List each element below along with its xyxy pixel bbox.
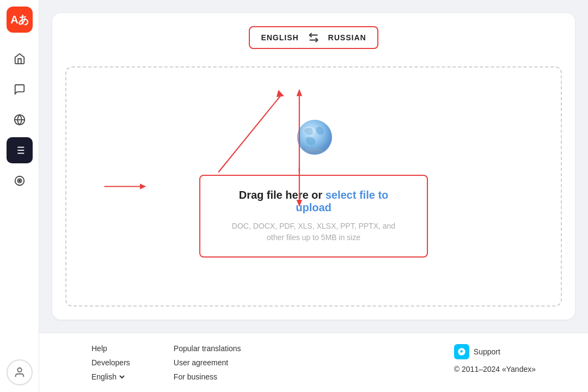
drop-sub-text: DOC, DOCX, PDF, XLS, XLSX, PPT, PPTX, an… <box>222 220 405 243</box>
copyright-text: © 2011–2024 «Yandex» <box>454 365 536 373</box>
footer-language-selector[interactable]: English <box>91 372 130 381</box>
footer: Help Developers English Popular translat… <box>39 333 588 392</box>
file-drop-box[interactable]: Drag file here or select file to upload … <box>199 175 428 258</box>
sidebar-item-text[interactable] <box>7 137 33 163</box>
translation-card: ENGLISH RUSSIAN <box>52 13 575 320</box>
drop-main-text: Drag file here or select file to upload <box>222 189 405 214</box>
main-content: ENGLISH RUSSIAN <box>39 0 588 333</box>
svg-marker-18 <box>297 89 302 96</box>
footer-user-agreement-link[interactable]: User agreement <box>174 358 241 367</box>
footer-popular-translations-link[interactable]: Popular translations <box>174 344 241 353</box>
svg-point-10 <box>19 180 20 182</box>
svg-point-14 <box>305 148 324 154</box>
language-bar: ENGLISH RUSSIAN <box>65 26 562 49</box>
sidebar-item-chat[interactable] <box>7 76 33 102</box>
swap-languages-icon[interactable] <box>308 32 320 44</box>
language-selector[interactable]: ENGLISH RUSSIAN <box>249 26 378 49</box>
sidebar-item-globe[interactable] <box>7 107 33 133</box>
support-button[interactable]: Support <box>454 344 500 359</box>
footer-developers-link[interactable]: Developers <box>91 358 130 367</box>
footer-col-1: Help Developers English <box>91 344 130 381</box>
support-label: Support <box>474 347 500 356</box>
svg-marker-20 <box>277 90 284 97</box>
source-language: ENGLISH <box>261 33 298 42</box>
target-language: RUSSIAN <box>328 33 366 42</box>
sidebar-item-home[interactable] <box>7 46 33 72</box>
svg-marker-16 <box>140 183 146 189</box>
globe-graphic <box>289 116 338 162</box>
user-avatar[interactable] <box>7 359 33 385</box>
footer-lang-label: English <box>91 372 117 381</box>
support-icon <box>454 344 469 359</box>
footer-business-link[interactable]: For business <box>174 372 241 381</box>
logo-text: Aあ <box>10 13 28 27</box>
svg-point-13 <box>303 126 314 134</box>
sidebar: Aあ <box>0 0 39 392</box>
svg-point-11 <box>17 368 21 372</box>
footer-help-link[interactable]: Help <box>91 344 130 353</box>
app-logo[interactable]: Aあ <box>7 7 33 33</box>
footer-col-2: Popular translations User agreement For … <box>174 344 241 381</box>
svg-line-19 <box>218 96 280 172</box>
drop-zone[interactable]: Drag file here or select file to upload … <box>65 66 562 307</box>
sidebar-item-camera[interactable] <box>7 168 33 194</box>
footer-col-right: Support © 2011–2024 «Yandex» <box>454 344 536 373</box>
